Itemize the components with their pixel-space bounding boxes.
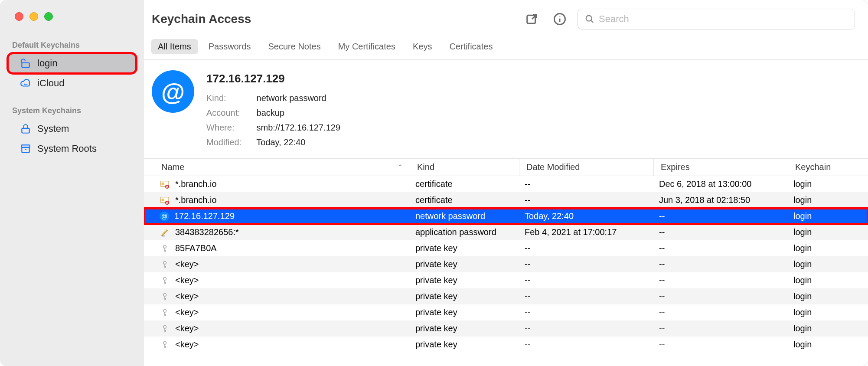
row-keychain: login <box>786 258 865 271</box>
row-expires: -- <box>652 209 786 223</box>
row-keychain: login <box>786 242 865 255</box>
row-expires: -- <box>652 290 786 303</box>
detail-account: backup <box>257 108 285 118</box>
at-sign-icon: @ <box>152 70 194 113</box>
table-row[interactable]: 384383282656:*application passwordFeb 4,… <box>144 224 868 240</box>
sidebar-item-system[interactable]: System <box>8 119 136 139</box>
svg-point-21 <box>163 309 166 312</box>
row-name: <key> <box>175 324 199 333</box>
table-row[interactable]: @172.16.127.129network passwordToday, 22… <box>144 208 868 224</box>
table-row[interactable]: <key>private key----login <box>144 256 868 272</box>
row-date: Today, 22:40 <box>518 209 652 223</box>
key-icon <box>160 307 170 318</box>
sidebar-item-icloud[interactable]: iCloud <box>8 73 136 93</box>
sidebar-item-label: System Roots <box>37 143 97 154</box>
window-controls <box>0 12 144 21</box>
row-kind: private key <box>408 338 518 351</box>
sidebar-item-label: System <box>37 123 69 134</box>
category-tabs: All ItemsPasswordsSecure NotesMy Certifi… <box>144 36 868 60</box>
window-title: Keychain Access <box>152 12 514 26</box>
row-keychain: login <box>786 193 865 207</box>
table-row[interactable]: *.branch.iocertificate--Jun 3, 2018 at 0… <box>144 192 868 208</box>
cloud-icon <box>20 78 31 89</box>
row-kind: network password <box>408 209 518 223</box>
search-field-container <box>578 9 855 29</box>
row-kind: private key <box>408 258 518 271</box>
tab-my-certificates[interactable]: My Certificates <box>331 39 402 54</box>
col-name[interactable]: Name <box>146 159 410 176</box>
svg-point-9 <box>161 182 164 185</box>
table-row[interactable]: <key>private key----login <box>144 288 868 304</box>
sidebar-item-system-roots[interactable]: System Roots <box>8 139 136 159</box>
detail-kind: network password <box>257 93 326 103</box>
tab-passwords[interactable]: Passwords <box>202 39 258 54</box>
archive-icon <box>20 143 31 154</box>
svg-point-12 <box>161 198 164 201</box>
col-expires[interactable]: Expires <box>654 159 788 176</box>
svg-point-15 <box>163 235 164 236</box>
row-expires: Dec 6, 2018 at 13:00:00 <box>652 177 786 191</box>
row-keychain: login <box>786 306 865 319</box>
detail-where: smb://172.16.127.129 <box>257 123 340 132</box>
info-icon[interactable] <box>550 9 570 29</box>
zoom-window-button[interactable] <box>44 12 53 21</box>
table-row[interactable]: <key>private key----login <box>144 320 868 337</box>
table-row[interactable]: <key>private key----login <box>144 337 868 353</box>
svg-point-17 <box>163 245 166 248</box>
lock-closed-icon <box>20 123 31 134</box>
sidebar-item-label: login <box>37 58 57 69</box>
row-expires: -- <box>652 225 786 239</box>
row-expires: Jun 3, 2018 at 02:18:50 <box>652 193 786 207</box>
row-expires: -- <box>652 338 786 351</box>
table-row[interactable]: 85FA7B0Aprivate key----login <box>144 240 868 256</box>
main-content: Keychain Access All ItemsPasswordsSecure… <box>144 0 868 366</box>
compose-icon[interactable] <box>522 9 542 29</box>
certificate-error-icon <box>160 195 170 206</box>
svg-point-14 <box>162 235 163 236</box>
tab-secure-notes[interactable]: Secure Notes <box>261 39 328 54</box>
row-date: -- <box>518 338 652 351</box>
close-window-button[interactable] <box>15 12 23 21</box>
col-date[interactable]: Date Modified <box>519 159 654 176</box>
row-kind: private key <box>408 242 518 255</box>
svg-rect-2 <box>22 128 29 133</box>
key-icon <box>160 324 170 334</box>
col-keychain[interactable]: Keychain <box>788 159 866 176</box>
item-detail-pane: @ 172.16.127.129 Kind: network password … <box>144 60 868 158</box>
tab-keys[interactable]: Keys <box>406 39 439 54</box>
svg-point-19 <box>163 277 166 280</box>
row-name: <key> <box>175 275 199 285</box>
sidebar-item-label: iCloud <box>37 78 64 89</box>
detail-title: 172.16.127.129 <box>206 72 340 85</box>
table-row[interactable]: *.branch.iocertificate--Dec 6, 2018 at 1… <box>144 176 868 192</box>
row-expires: -- <box>652 306 786 319</box>
table-row[interactable]: <key>private key----login <box>144 304 868 320</box>
row-kind: certificate <box>408 177 518 191</box>
row-keychain: login <box>786 274 865 287</box>
row-kind: private key <box>408 290 518 303</box>
sidebar-section-default: Default Keychains <box>0 36 144 53</box>
svg-point-7 <box>586 16 592 21</box>
col-kind[interactable]: Kind <box>410 159 519 176</box>
items-table: *.branch.iocertificate--Dec 6, 2018 at 1… <box>144 176 868 353</box>
tab-certificates[interactable]: Certificates <box>442 39 499 54</box>
row-name: *.branch.io <box>175 195 217 205</box>
svg-point-22 <box>163 325 166 328</box>
row-kind: private key <box>408 306 518 319</box>
table-row[interactable]: <key>private key----login <box>144 272 868 288</box>
row-date: Feb 4, 2021 at 17:00:17 <box>518 225 652 239</box>
row-date: -- <box>518 274 652 287</box>
app-window: Default Keychains loginiCloud System Key… <box>0 0 868 366</box>
row-expires: -- <box>652 322 786 335</box>
table-header: Name Kind Date Modified Expires Keychain <box>144 158 868 176</box>
row-date: -- <box>518 322 652 335</box>
minimize-window-button[interactable] <box>29 12 38 21</box>
row-date: -- <box>518 258 652 271</box>
tab-all-items[interactable]: All Items <box>151 39 198 54</box>
row-name: <key> <box>175 259 199 269</box>
sidebar-item-login[interactable]: login <box>8 53 136 73</box>
row-date: -- <box>518 290 652 303</box>
search-input[interactable] <box>599 13 848 25</box>
row-keychain: login <box>786 322 865 335</box>
row-date: -- <box>518 242 652 255</box>
